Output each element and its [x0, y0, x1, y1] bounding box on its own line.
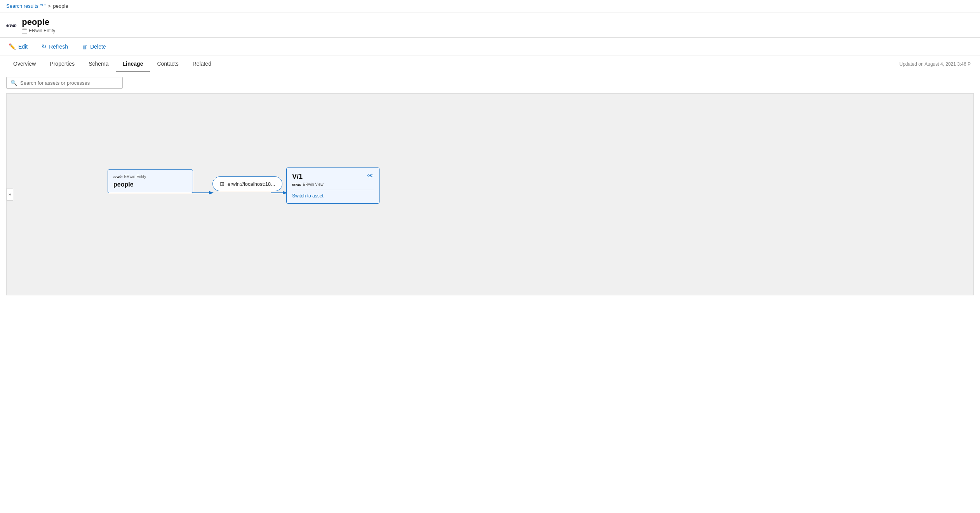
page-subtitle: ERwin Entity [22, 28, 55, 33]
erwin-logo-header: erwin [6, 23, 16, 28]
view-node-type: ERwin View [303, 182, 324, 187]
view-node-title: V/1 [292, 173, 303, 181]
process-icon: ⊞ [220, 181, 225, 187]
page-subtitle-text: ERwin Entity [29, 28, 55, 33]
refresh-button[interactable]: ↻ Refresh [39, 42, 70, 52]
entity-node-erwin-logo: erwin [113, 175, 123, 179]
tab-contacts[interactable]: Contacts [150, 56, 185, 72]
page-title: people [22, 17, 55, 27]
page-header: erwin people ERwin Entity [0, 12, 980, 38]
search-input-wrapper: 🔍 [6, 77, 123, 89]
edit-icon: ✏️ [9, 43, 16, 50]
tab-related[interactable]: Related [186, 56, 218, 72]
edit-button[interactable]: ✏️ Edit [6, 42, 30, 52]
lineage-view-node[interactable]: V/1 👁 erwin ERwin View Switch to asset [286, 168, 379, 204]
lineage-canvas: » erwin ERwin Entity people ⊞ erwin://lo… [6, 93, 974, 295]
entity-type-icon [22, 28, 27, 33]
lineage-process-node[interactable]: ⊞ erwin://localhost:18... [212, 176, 282, 191]
refresh-icon: ↻ [42, 43, 47, 50]
delete-icon: 🗑 [82, 44, 88, 50]
tab-properties[interactable]: Properties [43, 56, 82, 72]
entity-node-label: erwin ERwin Entity [113, 174, 187, 179]
breadcrumb-search-link[interactable]: Search results "*" [6, 3, 45, 9]
updated-text: Updated on August 4, 2021 3:46 P [900, 61, 974, 67]
page-title-block: people ERwin Entity [22, 17, 55, 33]
breadcrumb-separator: > [48, 3, 51, 9]
tabs-list: Overview Properties Schema Lineage Conta… [6, 56, 218, 72]
view-node-header: V/1 👁 [292, 173, 374, 181]
process-node-url: erwin://localhost:18... [228, 181, 275, 187]
view-erwin-logo: erwin [292, 183, 301, 187]
search-input[interactable] [20, 80, 118, 86]
tab-overview[interactable]: Overview [6, 56, 43, 72]
delete-label: Delete [90, 44, 106, 50]
collapse-panel-button[interactable]: » [7, 188, 13, 201]
tab-lineage[interactable]: Lineage [116, 56, 150, 72]
breadcrumb-current: people [53, 3, 68, 9]
lineage-entity-node[interactable]: erwin ERwin Entity people [108, 169, 193, 193]
refresh-label: Refresh [49, 44, 68, 50]
toolbar: ✏️ Edit ↻ Refresh 🗑 Delete [0, 38, 980, 56]
entity-node-title: people [113, 181, 187, 188]
switch-to-asset-link[interactable]: Switch to asset [292, 190, 374, 199]
eye-icon: 👁 [367, 173, 374, 180]
tabs-bar: Overview Properties Schema Lineage Conta… [0, 56, 980, 72]
tab-schema[interactable]: Schema [82, 56, 115, 72]
search-icon: 🔍 [10, 80, 17, 86]
breadcrumb: Search results "*" > people [0, 0, 980, 12]
lineage-arrows [7, 94, 973, 295]
delete-button[interactable]: 🗑 Delete [80, 42, 108, 52]
view-node-subtitle: erwin ERwin View [292, 182, 374, 187]
edit-label: Edit [18, 44, 28, 50]
entity-node-type: ERwin Entity [124, 174, 146, 179]
search-bar-row: 🔍 [0, 72, 980, 93]
